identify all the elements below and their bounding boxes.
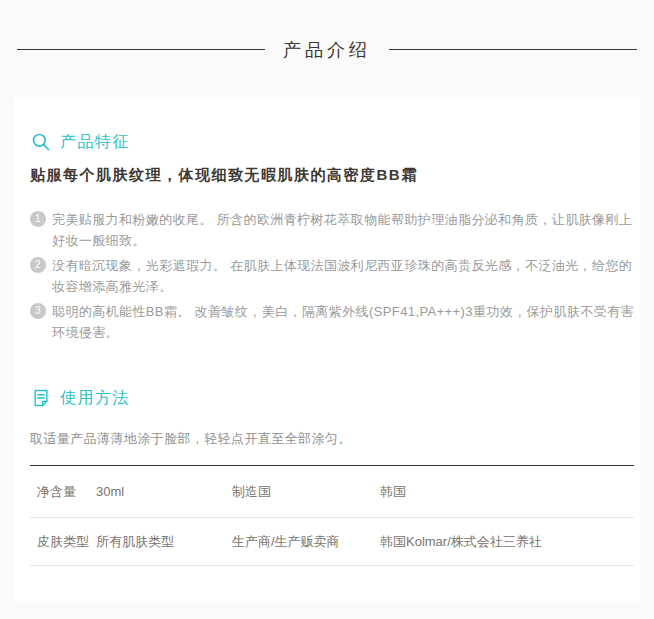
usage-heading-label: 使用方法 <box>60 388 130 409</box>
title-rule-left <box>17 49 265 50</box>
number-badge: 2 <box>30 257 46 273</box>
title-rule-right <box>389 49 637 50</box>
feature-item: 3 聪明的高机能性BB霜。 改善皱纹，美白，隔离紫外线(SPF41,PA+++)… <box>30 301 634 343</box>
spec-value: 韩国 <box>380 483 634 501</box>
feature-item: 1 完美贴服力和粉嫩的收尾。 所含的欧洲青柠树花萃取物能帮助护理油脂分泌和角质，… <box>30 209 634 251</box>
feature-item-text: 完美贴服力和粉嫩的收尾。 所含的欧洲青柠树花萃取物能帮助护理油脂分泌和角质，让肌… <box>52 209 634 251</box>
page-title: 产品介绍 <box>283 38 371 62</box>
spec-label: 制造国 <box>232 483 380 501</box>
spec-table: 净含量 30ml 制造国 韩国 皮肤类型 所有肌肤类型 生产商/生产贩卖商 韩国… <box>30 465 634 566</box>
number-badge: 3 <box>30 303 46 319</box>
features-section-heading: 产品特征 <box>30 131 634 153</box>
feature-item-text: 聪明的高机能性BB霜。 改善皱纹，美白，隔离紫外线(SPF41,PA+++)3重… <box>52 301 634 343</box>
usage-instruction-text: 取适量产品薄薄地涂于脸部，轻轻点开直至全部涂匀。 <box>30 428 634 449</box>
feature-item-text: 没有暗沉现象，光彩遮瑕力。 在肌肤上体现法国波利尼西亚珍珠的高贵反光感，不泛油光… <box>52 255 634 297</box>
usage-section-heading: 使用方法 <box>30 387 634 409</box>
page-header: 产品介绍 <box>0 0 654 99</box>
spec-label: 皮肤类型 <box>30 533 96 551</box>
spec-label: 净含量 <box>30 483 96 501</box>
feature-lead-text: 贴服每个肌肤纹理，体现细致无暇肌肤的高密度BB霜 <box>30 165 634 185</box>
spec-value: 韩国Kolmar/株式会社三养社 <box>380 533 634 551</box>
table-row: 皮肤类型 所有肌肤类型 生产商/生产贩卖商 韩国Kolmar/株式会社三养社 <box>30 518 634 566</box>
features-heading-label: 产品特征 <box>60 132 130 153</box>
document-icon <box>30 387 52 409</box>
table-row: 净含量 30ml 制造国 韩国 <box>30 466 634 518</box>
magnifier-icon <box>30 131 52 153</box>
feature-item: 2 没有暗沉现象，光彩遮瑕力。 在肌肤上体现法国波利尼西亚珍珠的高贵反光感，不泛… <box>30 255 634 297</box>
spec-label: 生产商/生产贩卖商 <box>232 533 380 551</box>
spec-value: 30ml <box>96 484 232 499</box>
spec-value: 所有肌肤类型 <box>96 533 232 551</box>
product-intro-card: 产品特征 贴服每个肌肤纹理，体现细致无暇肌肤的高密度BB霜 1 完美贴服力和粉嫩… <box>14 99 640 601</box>
number-badge: 1 <box>30 211 46 227</box>
feature-list: 1 完美贴服力和粉嫩的收尾。 所含的欧洲青柠树花萃取物能帮助护理油脂分泌和角质，… <box>30 209 634 343</box>
